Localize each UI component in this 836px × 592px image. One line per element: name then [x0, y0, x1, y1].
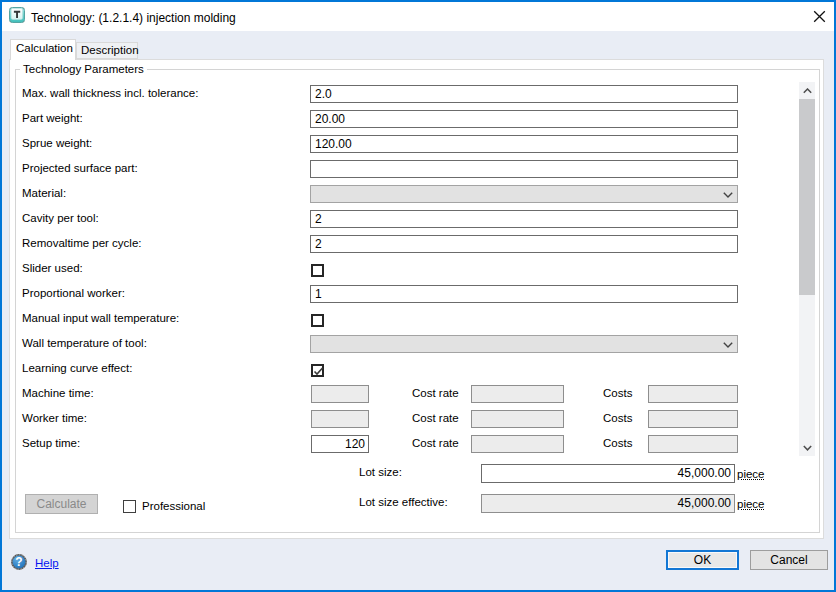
svg-text:?: ?	[15, 555, 22, 569]
